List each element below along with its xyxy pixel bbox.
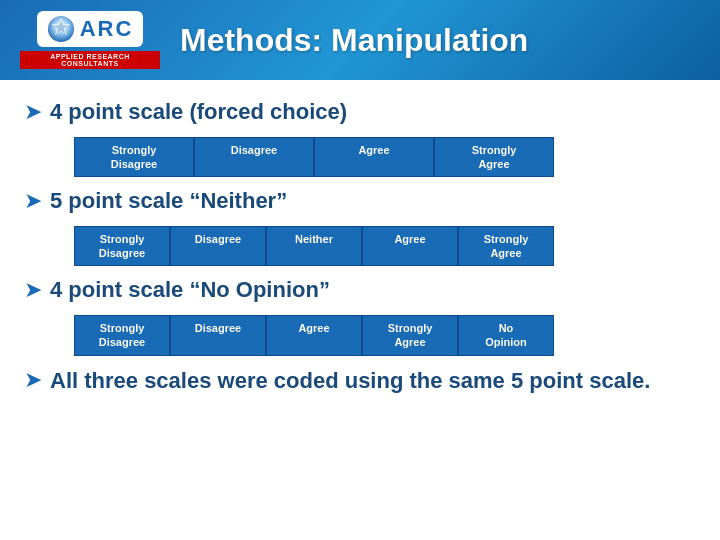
bullet-4-text: All three scales were coded using the sa… [50, 366, 650, 396]
bullet-1: ➤ 4 point scale (forced choice) [24, 98, 696, 127]
bullet-2-text: 5 point scale “Neither” [50, 187, 287, 216]
star-icon [47, 15, 75, 43]
scale-cell-2-5: StronglyAgree [458, 226, 554, 267]
bullet-3: ➤ 4 point scale “No Opinion” [24, 276, 696, 305]
logo-area: ARC applied research consultants [20, 5, 160, 75]
main-content: ➤ 4 point scale (forced choice) Strongly… [0, 80, 720, 417]
scale-cell-1-3: Agree [314, 137, 434, 178]
scale-cell-1-4: StronglyAgree [434, 137, 554, 178]
bullet-4: ➤ All three scales were coded using the … [24, 366, 696, 396]
header-title: Methods: Manipulation [180, 22, 528, 59]
scale-cell-2-1: StronglyDisagree [74, 226, 170, 267]
scale-cell-3-1: StronglyDisagree [74, 315, 170, 356]
scale-cell-2-3: Neither [266, 226, 362, 267]
scale-cell-3-5: NoOpinion [458, 315, 554, 356]
scale-cell-1-1: StronglyDisagree [74, 137, 194, 178]
scale-table-2: StronglyDisagree Disagree Neither Agree … [74, 226, 696, 267]
scale-cell-3-3: Agree [266, 315, 362, 356]
scale-cell-2-2: Disagree [170, 226, 266, 267]
bullet-3-text: 4 point scale “No Opinion” [50, 276, 330, 305]
bullet-icon-4: ➤ [24, 366, 42, 395]
logo-text: ARC [80, 16, 134, 42]
bullet-icon-2: ➤ [24, 187, 42, 216]
header: ARC applied research consultants Methods… [0, 0, 720, 80]
logo-badge: ARC [37, 11, 144, 47]
scale-cell-2-4: Agree [362, 226, 458, 267]
scale-cell-3-4: StronglyAgree [362, 315, 458, 356]
scale-table-1: StronglyDisagree Disagree Agree Strongly… [74, 137, 696, 178]
scale-table-3: StronglyDisagree Disagree Agree Strongly… [74, 315, 696, 356]
bullet-2: ➤ 5 point scale “Neither” [24, 187, 696, 216]
bullet-icon-3: ➤ [24, 276, 42, 305]
bullet-icon-1: ➤ [24, 98, 42, 127]
bullet-1-text: 4 point scale (forced choice) [50, 98, 347, 127]
scale-cell-3-2: Disagree [170, 315, 266, 356]
scale-cell-1-2: Disagree [194, 137, 314, 178]
logo-subtitle: applied research consultants [20, 51, 160, 69]
